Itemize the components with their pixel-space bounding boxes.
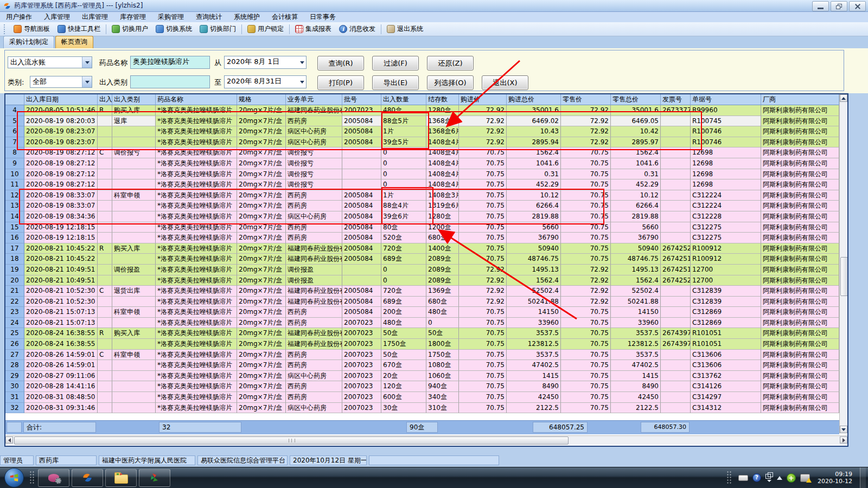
window-popup-tray-icon[interactable] xyxy=(765,474,773,482)
vertical-scroll-thumb[interactable] xyxy=(840,257,848,296)
restore-button[interactable] xyxy=(831,1,847,11)
table-row[interactable]: 172020-08-21 10:45:22R购买入库*洛赛克奥美拉唑镁肠溶片20… xyxy=(5,243,839,254)
table-row[interactable]: 252020-08-24 16:38:55R购买入库*洛赛克奥美拉唑镁肠溶片20… xyxy=(5,328,839,339)
table-row[interactable]: 132020-08-19 08:33:07*洛赛克奥美拉唑镁肠溶片20mg×7片… xyxy=(5,201,839,211)
menu-item[interactable]: 查询统计 xyxy=(190,12,228,22)
scroll-left-button[interactable] xyxy=(5,436,13,444)
table-row[interactable]: 122020-08-19 08:33:07科室申领*洛赛克奥美拉唑镁肠溶片20m… xyxy=(5,190,839,201)
filter-action-button[interactable]: 还原(Z) xyxy=(427,56,474,70)
toolbar-button[interactable]: 集成报表 xyxy=(291,23,335,35)
toolbar-button[interactable]: 用户锁定 xyxy=(244,23,288,35)
column-header[interactable]: 业务单元 xyxy=(286,94,342,105)
table-row[interactable]: 242020-08-21 15:07:13*洛赛克奥美拉唑镁肠溶片20mg×7片… xyxy=(5,318,839,329)
column-header[interactable]: 出入类别 xyxy=(112,94,156,105)
table-row[interactable]: 232020-08-21 15:07:13科室申领*洛赛克奥美拉唑镁肠溶片20m… xyxy=(5,307,839,318)
column-header[interactable]: 零售价 xyxy=(561,94,611,105)
table-row[interactable]: 312020-08-31 08:48:50*洛赛克奥美拉唑镁肠溶片20mg×7片… xyxy=(5,392,839,403)
menu-item[interactable]: 入库管理 xyxy=(38,12,76,22)
inout-type-input[interactable] xyxy=(130,75,210,88)
taskbar-app-database[interactable] xyxy=(38,469,69,487)
table-row[interactable]: 182020-08-21 10:45:22*洛赛克奥美拉唑镁肠溶片20mg×7片… xyxy=(5,254,839,265)
column-header[interactable]: 结存数 xyxy=(426,94,459,105)
minimize-button[interactable] xyxy=(812,1,829,11)
filter-action-button[interactable]: 退出(X) xyxy=(482,75,528,90)
column-header[interactable]: 购进总价 xyxy=(507,94,561,105)
table-row[interactable]: 72020-08-19 08:23:07*洛赛克奥美拉唑镁肠溶片20mg×7片/… xyxy=(5,137,839,148)
menu-item[interactable]: 库存管理 xyxy=(114,12,152,22)
menu-item[interactable]: 用户操作 xyxy=(0,12,38,22)
show-hidden-icons-button[interactable] xyxy=(777,476,782,480)
table-row[interactable]: 112020-08-19 08:27:12*洛赛克奥美拉唑镁肠溶片20mg×7片… xyxy=(5,179,839,190)
column-header[interactable]: 出入 xyxy=(98,94,112,105)
start-button[interactable] xyxy=(4,468,24,487)
menu-item[interactable]: 日常事务 xyxy=(304,12,342,22)
column-header[interactable]: 厂商 xyxy=(761,94,839,105)
taskbar-app-pharmacy-system[interactable] xyxy=(72,469,103,487)
toolbar-button[interactable]: 退出系统 xyxy=(383,23,427,35)
column-header[interactable]: 规格 xyxy=(237,94,286,105)
scroll-right-button[interactable] xyxy=(840,436,847,444)
column-header[interactable]: 发票号 xyxy=(661,94,691,105)
tab[interactable]: 采购计划制定 xyxy=(3,36,54,48)
filter-action-button[interactable]: 打印(P) xyxy=(317,75,364,90)
scroll-down-button[interactable] xyxy=(840,426,847,433)
table-row[interactable]: 302020-08-28 14:41:16*洛赛克奥美拉唑镁肠溶片20mg×7片… xyxy=(5,381,839,392)
table-row[interactable]: 82020-08-19 08:27:12C调价报亏*洛赛克奥美拉唑镁肠溶片20m… xyxy=(5,147,839,158)
menu-item[interactable]: 系统维护 xyxy=(228,12,266,22)
show-desktop-button[interactable] xyxy=(860,467,866,488)
taskbar-app-capture[interactable] xyxy=(139,469,170,487)
table-row[interactable]: 102020-08-19 08:27:12*洛赛克奥美拉唑镁肠溶片20mg×7片… xyxy=(5,169,839,180)
from-date-picker[interactable]: 2020年 8月 1日 xyxy=(224,56,307,69)
filter-action-button[interactable]: 过滤(F) xyxy=(372,56,419,70)
tab[interactable]: 帐页查询 xyxy=(55,36,93,48)
network-warning-tray-icon[interactable] xyxy=(800,474,810,482)
table-row[interactable]: 52020-08-19 08:20:03退库*洛赛克奥美拉唑镁肠溶片20mg×7… xyxy=(5,116,839,127)
column-header[interactable]: 出入数量 xyxy=(381,94,426,105)
column-header[interactable] xyxy=(5,94,24,105)
column-header[interactable]: 零售总价 xyxy=(611,94,661,105)
antivirus-tray-icon[interactable] xyxy=(787,473,796,483)
toolbar-button[interactable]: 切换用户 xyxy=(108,23,152,35)
taskbar-app-explorer[interactable] xyxy=(105,469,137,487)
date-dropdown-button[interactable] xyxy=(298,76,306,88)
table-row[interactable]: 262020-08-24 16:38:55*洛赛克奥美拉唑镁肠溶片20mg×7片… xyxy=(5,339,839,350)
column-header[interactable]: 单据号 xyxy=(691,94,761,105)
table-row[interactable]: 282020-08-26 14:59:01*洛赛克奥美拉唑镁肠溶片20mg×7片… xyxy=(5,360,839,371)
horizontal-scrollbar[interactable] xyxy=(5,435,847,445)
toolbar-button[interactable]: 消息收发 xyxy=(335,23,379,35)
table-row[interactable]: 62020-08-19 08:23:07*洛赛克奥美拉唑镁肠溶片20mg×7片/… xyxy=(5,126,839,137)
drug-name-input[interactable]: 奥美拉唑镁肠溶片 xyxy=(130,56,210,69)
help-tray-icon[interactable] xyxy=(752,473,761,482)
table-row[interactable]: 202020-08-21 10:49:51*洛赛克奥美拉唑镁肠溶片20mg×7片… xyxy=(5,275,839,286)
date-dropdown-button[interactable] xyxy=(298,56,306,68)
filter-action-button[interactable]: 查询(R) xyxy=(317,56,364,70)
filter-action-button[interactable]: 列选择(O) xyxy=(427,75,474,90)
taskbar-clock[interactable]: 09:19 2020-10-12 xyxy=(814,471,856,485)
menu-item[interactable]: 出库管理 xyxy=(76,12,114,22)
toolbar-button[interactable]: 切换部门 xyxy=(196,23,240,35)
column-header[interactable]: 药品名称 xyxy=(156,94,237,105)
table-row[interactable]: 162020-08-19 12:18:15*洛赛克奥美拉唑镁肠溶片20mg×7片… xyxy=(5,233,839,243)
table-row[interactable]: 42020-08-05 10:51:46R购买入库*洛赛克奥美拉唑镁肠溶片20m… xyxy=(5,105,839,116)
toolbar-button[interactable]: 导航面板 xyxy=(10,23,54,35)
table-row[interactable]: 142020-08-19 08:34:36*洛赛克奥美拉唑镁肠溶片20mg×7片… xyxy=(5,211,839,222)
category-select[interactable]: 全部 xyxy=(30,76,92,88)
table-row[interactable]: 212020-08-21 10:52:30C退货出库*洛赛克奥美拉唑镁肠溶片20… xyxy=(5,286,839,297)
close-button[interactable] xyxy=(849,1,866,11)
scroll-up-button[interactable] xyxy=(840,94,847,102)
filter-action-button[interactable]: 导出(E) xyxy=(372,75,419,90)
column-header[interactable]: 出入库日期 xyxy=(24,94,98,105)
keyboard-tray-icon[interactable] xyxy=(738,475,748,481)
table-row[interactable]: 272020-08-26 14:59:01C科室申领*洛赛克奥美拉唑镁肠溶片20… xyxy=(5,350,839,361)
table-row[interactable]: 152020-08-19 12:18:15*洛赛克奥美拉唑镁肠溶片20mg×7片… xyxy=(5,222,839,233)
table-row[interactable]: 192020-08-21 10:49:51调价报盈*洛赛克奥美拉唑镁肠溶片20m… xyxy=(5,265,839,275)
toolbar-button[interactable]: 切换系统 xyxy=(152,23,196,35)
table-row[interactable]: 292020-08-27 09:11:06*洛赛克奥美拉唑镁肠溶片20mg×7片… xyxy=(5,371,839,382)
dropdown-button[interactable] xyxy=(82,76,92,87)
view-type-select[interactable]: 出入流水账 xyxy=(8,56,92,68)
menu-item[interactable]: 会计核算 xyxy=(266,12,304,22)
table-row[interactable]: 322020-08-31 09:31:46*洛赛克奥美拉唑镁肠溶片20mg×7片… xyxy=(5,403,839,414)
horizontal-scroll-thumb[interactable] xyxy=(14,436,569,445)
menu-item[interactable]: 采购管理 xyxy=(152,12,190,22)
to-date-picker[interactable]: 2020年 8月31日 xyxy=(224,75,307,88)
